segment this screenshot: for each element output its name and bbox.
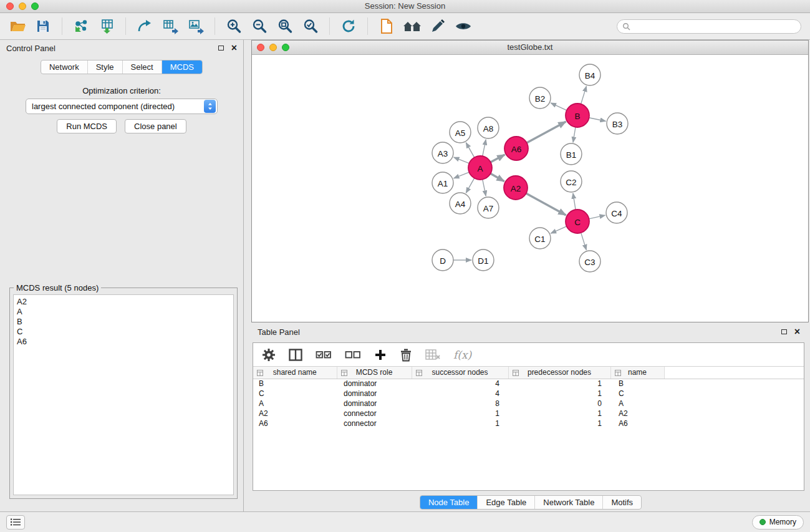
- column-header-shared-name[interactable]: shared name: [253, 367, 337, 379]
- table-row[interactable]: A6connector11A6: [253, 418, 804, 428]
- table-cell[interactable]: 1: [508, 418, 610, 428]
- tab-motifs[interactable]: Motifs: [603, 496, 641, 509]
- network-graph[interactable]: B4B2BB3A5A8A6B1A3AC2A1A2A4A7C4CC1DD1C3: [252, 55, 808, 322]
- graph-edge-B-B3[interactable]: [589, 118, 606, 121]
- import-table-button[interactable]: [95, 16, 118, 37]
- deselect-all-button[interactable]: [345, 349, 361, 360]
- column-header-name[interactable]: name: [610, 367, 664, 379]
- graph-node-B3[interactable]: B3: [607, 113, 628, 134]
- column-header-predecessor-nodes[interactable]: predecessor nodes: [508, 367, 610, 379]
- graph-edge-C-C1[interactable]: [551, 226, 566, 233]
- open-session-button[interactable]: [6, 16, 29, 37]
- graph-edge-B-B4[interactable]: [581, 86, 587, 104]
- graph-edge-A-A5[interactable]: [466, 143, 474, 158]
- graph-node-B4[interactable]: B4: [579, 64, 600, 85]
- graph-node-A2[interactable]: A2: [504, 176, 528, 200]
- tab-edge-table[interactable]: Edge Table: [478, 496, 535, 509]
- export-image-button[interactable]: [185, 16, 207, 37]
- graph-node-D[interactable]: D: [432, 249, 453, 271]
- table-row[interactable]: A2connector11A2: [253, 409, 804, 418]
- table-cell[interactable]: A6: [253, 418, 337, 428]
- search-box[interactable]: [617, 19, 801, 34]
- table-cell[interactable]: 4: [412, 379, 508, 389]
- graph-edge-A-A3[interactable]: [454, 157, 470, 163]
- graph-node-B1[interactable]: B1: [561, 143, 582, 165]
- graph-edge-C-C4[interactable]: [589, 215, 605, 219]
- export-network-button[interactable]: [133, 16, 156, 37]
- tab-node-table[interactable]: Node Table: [420, 496, 478, 509]
- table-row[interactable]: Adominator80A: [253, 399, 804, 409]
- table-row[interactable]: Cdominator41C: [253, 389, 804, 399]
- function-builder-button[interactable]: f(x): [453, 349, 471, 361]
- table-cell[interactable]: A6: [610, 418, 664, 428]
- delete-table-button[interactable]: [425, 349, 440, 360]
- network-canvas[interactable]: B4B2BB3A5A8A6B1A3AC2A1A2A4A7C4CC1DD1C3: [252, 55, 808, 322]
- graph-edge-A-A4[interactable]: [466, 178, 474, 193]
- zoom-selected-button[interactable]: [299, 16, 322, 37]
- annotation-button[interactable]: [427, 16, 449, 37]
- graph-edge-A-A7[interactable]: [483, 180, 486, 196]
- graph-node-A4[interactable]: A4: [450, 193, 471, 214]
- graph-node-C2[interactable]: C2: [561, 171, 582, 192]
- table-cell[interactable]: C: [253, 389, 337, 399]
- run-mcds-button[interactable]: Run MCDS: [57, 119, 117, 133]
- export-table-button[interactable]: [159, 16, 181, 37]
- table-cell[interactable]: connector: [337, 409, 412, 418]
- result-item[interactable]: A2: [17, 297, 230, 307]
- table-cell[interactable]: 1: [508, 389, 610, 399]
- add-column-button[interactable]: [374, 349, 387, 361]
- show-hide-details-button[interactable]: [452, 16, 475, 37]
- close-table-panel-icon[interactable]: ×: [794, 327, 800, 337]
- graph-node-B[interactable]: B: [566, 104, 589, 127]
- graph-node-A7[interactable]: A7: [478, 197, 499, 218]
- zoom-fit-button[interactable]: [274, 16, 296, 37]
- result-item[interactable]: C: [17, 327, 230, 337]
- table-cell[interactable]: B: [610, 379, 664, 389]
- float-table-panel-icon[interactable]: [781, 329, 787, 334]
- graph-node-A8[interactable]: A8: [478, 117, 499, 138]
- delete-column-button[interactable]: [400, 348, 412, 362]
- neighbors-button[interactable]: [401, 16, 423, 37]
- graph-node-D1[interactable]: D1: [473, 249, 494, 271]
- node-table[interactable]: shared nameMCDS rolesuccessor nodesprede…: [253, 367, 804, 490]
- table-cell[interactable]: C: [610, 389, 664, 399]
- table-cell[interactable]: B: [253, 379, 337, 389]
- graph-edge-A6-B[interactable]: [527, 122, 566, 143]
- column-header-MCDS-role[interactable]: MCDS role: [337, 367, 412, 379]
- graph-edge-A-A8[interactable]: [483, 140, 486, 157]
- table-cell[interactable]: 1: [508, 379, 610, 389]
- graph-edge-B-B1[interactable]: [573, 127, 576, 142]
- select-all-button[interactable]: [316, 349, 332, 360]
- network-zoom-button[interactable]: [282, 44, 289, 51]
- table-cell[interactable]: dominator: [337, 399, 412, 409]
- graph-edge-B-B2[interactable]: [551, 103, 567, 110]
- table-cell[interactable]: A2: [253, 409, 337, 418]
- tab-network[interactable]: Network: [41, 60, 88, 74]
- graph-node-C3[interactable]: C3: [579, 251, 600, 272]
- graph-node-A1[interactable]: A1: [432, 172, 453, 193]
- result-item[interactable]: A: [17, 307, 230, 317]
- table-cell[interactable]: A: [253, 399, 337, 409]
- result-item[interactable]: B: [17, 317, 230, 327]
- show-columns-button[interactable]: [289, 349, 302, 361]
- table-cell[interactable]: 4: [412, 389, 508, 399]
- zoom-out-button[interactable]: [248, 16, 271, 37]
- network-minimize-button[interactable]: [269, 44, 277, 51]
- table-cell[interactable]: connector: [337, 418, 412, 428]
- tab-select[interactable]: Select: [123, 60, 162, 74]
- graph-node-A3[interactable]: A3: [432, 142, 453, 163]
- result-item[interactable]: A6: [17, 337, 230, 347]
- float-panel-icon[interactable]: [218, 46, 224, 51]
- refresh-button[interactable]: [337, 16, 360, 37]
- graph-edge-A-A6[interactable]: [491, 155, 505, 162]
- close-panel-button[interactable]: Close panel: [125, 119, 186, 133]
- graph-edge-A2-C[interactable]: [526, 193, 566, 215]
- table-cell[interactable]: A: [610, 399, 664, 409]
- tab-mcds[interactable]: MCDS: [162, 60, 202, 74]
- mcds-result-list[interactable]: A2ABCA6: [13, 294, 234, 495]
- save-session-button[interactable]: [32, 16, 54, 37]
- search-input[interactable]: [634, 22, 796, 31]
- table-cell[interactable]: 8: [412, 399, 508, 409]
- column-header-successor-nodes[interactable]: successor nodes: [412, 367, 508, 379]
- table-cell[interactable]: 0: [508, 399, 610, 409]
